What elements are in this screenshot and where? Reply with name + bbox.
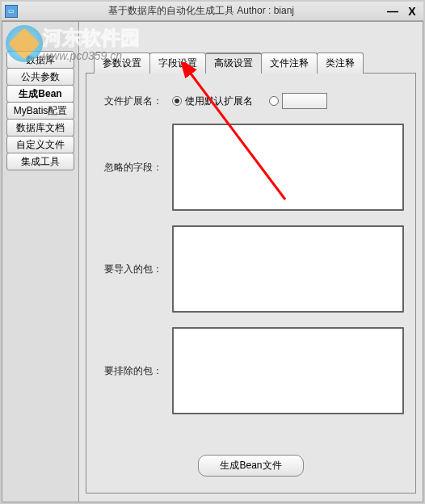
exclude-packages-textarea[interactable] <box>172 327 404 414</box>
label-exclude-packages: 要排除的包： <box>98 364 162 378</box>
label-ignore-fields: 忽略的字段： <box>98 161 162 174</box>
tab-advanced[interactable]: 高级设置 <box>205 52 262 74</box>
generate-bean-button[interactable]: 生成Bean文件 <box>198 455 303 477</box>
radio-default-ext[interactable]: 使用默认扩展名 <box>172 94 253 108</box>
window-title: 基于数据库的自动化生成工具 Author : bianj <box>23 4 380 18</box>
radio-icon <box>269 96 279 106</box>
tab-class-comments[interactable]: 类注释 <box>317 52 364 74</box>
import-packages-textarea[interactable] <box>172 225 404 313</box>
sidebar-item-common-params[interactable]: 公共参数 <box>6 68 74 86</box>
main-panel: 参数设置 字段设置 高级设置 文件注释 类注释 文件扩展名： 使用默认扩展名 <box>79 22 423 502</box>
sidebar: 数据库 公共参数 生成Bean MyBatis配置 数据库文档 自定义文件 集成… <box>2 22 79 502</box>
close-button[interactable]: X <box>404 5 420 18</box>
radio-default-ext-label: 使用默认扩展名 <box>185 94 253 108</box>
sidebar-item-generate-bean[interactable]: 生成Bean <box>6 85 74 103</box>
sidebar-item-mybatis[interactable]: MyBatis配置 <box>6 102 74 120</box>
titlebar: ▭ 基于数据库的自动化生成工具 Author : bianj — X <box>2 2 423 21</box>
radio-custom-ext[interactable] <box>269 93 327 109</box>
tab-content-advanced: 文件扩展名： 使用默认扩展名 忽略的字段： <box>86 73 416 494</box>
sidebar-item-custom-files[interactable]: 自定义文件 <box>6 136 74 153</box>
tabstrip: 参数设置 字段设置 高级设置 文件注释 类注释 <box>94 52 416 74</box>
minimize-button[interactable]: — <box>385 5 401 18</box>
row-import-packages: 要导入的包： <box>98 225 404 313</box>
label-import-packages: 要导入的包： <box>98 262 162 276</box>
sidebar-item-database[interactable]: 数据库 <box>6 51 74 69</box>
label-file-extension: 文件扩展名： <box>98 91 162 108</box>
row-ignore-fields: 忽略的字段： <box>98 124 404 211</box>
sidebar-item-db-docs[interactable]: 数据库文档 <box>6 119 74 136</box>
app-icon: ▭ <box>5 5 18 18</box>
sidebar-item-integration-tools[interactable]: 集成工具 <box>6 153 74 170</box>
tab-fields[interactable]: 字段设置 <box>149 52 206 74</box>
ignore-fields-textarea[interactable] <box>172 124 404 211</box>
custom-ext-input[interactable] <box>282 93 327 109</box>
row-exclude-packages: 要排除的包： <box>98 327 404 414</box>
radio-icon <box>172 96 182 106</box>
tab-file-comments[interactable]: 文件注释 <box>261 52 318 74</box>
tab-params[interactable]: 参数设置 <box>94 52 150 74</box>
row-file-extension: 文件扩展名： 使用默认扩展名 <box>98 91 404 109</box>
